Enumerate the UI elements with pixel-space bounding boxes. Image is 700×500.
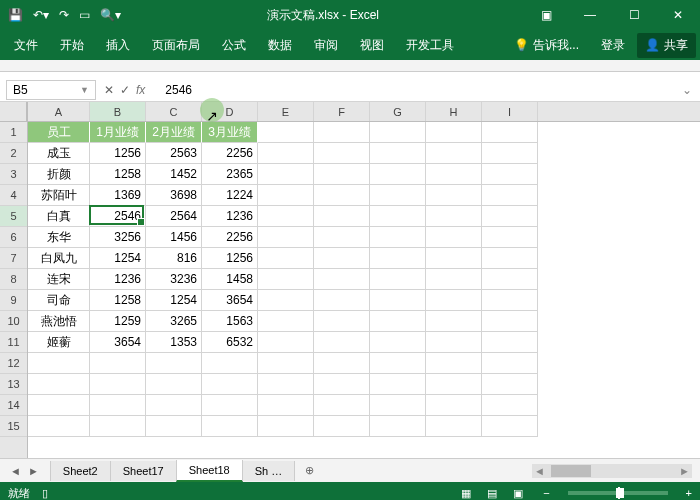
- ribbon-tab-layout[interactable]: 页面布局: [142, 31, 210, 60]
- accept-formula-icon[interactable]: ✓: [120, 83, 130, 97]
- cell[interactable]: [28, 416, 90, 437]
- cell[interactable]: [314, 122, 370, 143]
- cell[interactable]: [314, 353, 370, 374]
- column-header[interactable]: G: [370, 102, 426, 121]
- row-header[interactable]: 15: [0, 416, 27, 437]
- cell[interactable]: [258, 185, 314, 206]
- cell[interactable]: [314, 143, 370, 164]
- name-box[interactable]: B5 ▼: [6, 80, 96, 100]
- cell[interactable]: [370, 269, 426, 290]
- cell[interactable]: [482, 290, 538, 311]
- row-header[interactable]: 11: [0, 332, 27, 353]
- cell[interactable]: 1353: [146, 332, 202, 353]
- cell[interactable]: [28, 374, 90, 395]
- cell[interactable]: [370, 374, 426, 395]
- cell[interactable]: 1256: [90, 143, 146, 164]
- cell[interactable]: [314, 332, 370, 353]
- macro-record-icon[interactable]: ▯: [42, 487, 48, 500]
- sheet-nav-buttons[interactable]: ◄ ►: [0, 465, 51, 477]
- column-header[interactable]: H: [426, 102, 482, 121]
- column-header[interactable]: A: [28, 102, 90, 121]
- cell[interactable]: [370, 290, 426, 311]
- cell[interactable]: [426, 206, 482, 227]
- row-header[interactable]: 1: [0, 122, 27, 143]
- column-header[interactable]: I: [482, 102, 538, 121]
- ribbon-tab-file[interactable]: 文件: [4, 31, 48, 60]
- cell[interactable]: 1254: [146, 290, 202, 311]
- cell[interactable]: [90, 374, 146, 395]
- cell[interactable]: [314, 164, 370, 185]
- cell[interactable]: 3265: [146, 311, 202, 332]
- cell[interactable]: [202, 374, 258, 395]
- cell[interactable]: 3月业绩: [202, 122, 258, 143]
- cell[interactable]: 2256: [202, 143, 258, 164]
- cell[interactable]: [482, 164, 538, 185]
- cell[interactable]: [258, 374, 314, 395]
- cell[interactable]: [482, 185, 538, 206]
- cell[interactable]: [482, 248, 538, 269]
- cell[interactable]: [370, 416, 426, 437]
- row-header[interactable]: 10: [0, 311, 27, 332]
- ribbon-tab-home[interactable]: 开始: [50, 31, 94, 60]
- cell[interactable]: [426, 290, 482, 311]
- cell[interactable]: [258, 416, 314, 437]
- cell[interactable]: [370, 353, 426, 374]
- tell-me-button[interactable]: 告诉我...: [531, 31, 589, 60]
- cell[interactable]: [258, 206, 314, 227]
- ribbon-tab-review[interactable]: 审阅: [304, 31, 348, 60]
- row-header[interactable]: 8: [0, 269, 27, 290]
- cell[interactable]: [28, 395, 90, 416]
- cell[interactable]: [370, 143, 426, 164]
- minimize-button[interactable]: —: [568, 0, 612, 30]
- cell[interactable]: [314, 374, 370, 395]
- fx-icon[interactable]: fx: [136, 83, 151, 97]
- cell[interactable]: 1563: [202, 311, 258, 332]
- cell[interactable]: 3236: [146, 269, 202, 290]
- cell[interactable]: [258, 248, 314, 269]
- cell[interactable]: [426, 143, 482, 164]
- cell[interactable]: [314, 248, 370, 269]
- formula-expand-icon[interactable]: ⌄: [674, 83, 700, 97]
- cell[interactable]: 6532: [202, 332, 258, 353]
- cell[interactable]: [370, 332, 426, 353]
- ribbon-tab-view[interactable]: 视图: [350, 31, 394, 60]
- undo-icon[interactable]: ↶▾: [33, 8, 49, 22]
- ribbon-tab-developer[interactable]: 开发工具: [396, 31, 464, 60]
- cell[interactable]: [426, 353, 482, 374]
- cell[interactable]: [370, 164, 426, 185]
- cell[interactable]: [202, 416, 258, 437]
- add-sheet-button[interactable]: ⊕: [295, 464, 324, 477]
- cell[interactable]: 苏陌叶: [28, 185, 90, 206]
- cell[interactable]: [258, 164, 314, 185]
- cell[interactable]: 2546: [90, 206, 146, 227]
- signin-button[interactable]: 登录: [591, 31, 635, 60]
- normal-view-icon[interactable]: ▦: [453, 484, 479, 500]
- cell[interactable]: [482, 143, 538, 164]
- cell[interactable]: 1369: [90, 185, 146, 206]
- cell[interactable]: [482, 395, 538, 416]
- new-file-icon[interactable]: ▭: [79, 8, 90, 22]
- scroll-left-icon[interactable]: ◄: [532, 465, 547, 477]
- horizontal-scrollbar[interactable]: ◄ ►: [532, 464, 692, 478]
- cell[interactable]: 2256: [202, 227, 258, 248]
- cell[interactable]: [370, 227, 426, 248]
- row-header[interactable]: 14: [0, 395, 27, 416]
- ribbon-display-icon[interactable]: ▣: [525, 8, 568, 22]
- cell[interactable]: [202, 353, 258, 374]
- row-header[interactable]: 7: [0, 248, 27, 269]
- ribbon-tab-data[interactable]: 数据: [258, 31, 302, 60]
- cell[interactable]: 成玉: [28, 143, 90, 164]
- cell[interactable]: 1月业绩: [90, 122, 146, 143]
- cell[interactable]: 3698: [146, 185, 202, 206]
- cell[interactable]: 1258: [90, 290, 146, 311]
- name-box-dropdown-icon[interactable]: ▼: [80, 85, 89, 95]
- save-icon[interactable]: 💾: [8, 8, 23, 22]
- cell[interactable]: 816: [146, 248, 202, 269]
- cell[interactable]: [258, 395, 314, 416]
- column-header[interactable]: E: [258, 102, 314, 121]
- cell[interactable]: 员工: [28, 122, 90, 143]
- cell[interactable]: [426, 185, 482, 206]
- cell[interactable]: [426, 227, 482, 248]
- maximize-button[interactable]: ☐: [612, 0, 656, 30]
- cell[interactable]: 东华: [28, 227, 90, 248]
